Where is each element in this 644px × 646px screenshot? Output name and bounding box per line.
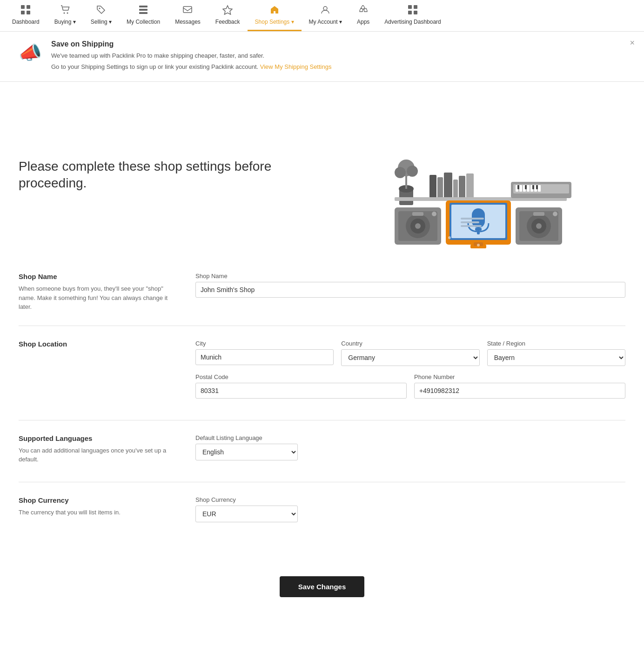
svg-rect-27	[459, 176, 465, 198]
svg-rect-14	[414, 5, 417, 9]
state-select[interactable]: Bayern Berlin Hamburg	[487, 349, 625, 366]
svg-rect-40	[525, 185, 527, 189]
advertising-dashboard-icon	[408, 5, 418, 17]
svg-rect-15	[408, 11, 412, 14]
banner-title: Save on Shipping	[51, 40, 331, 48]
banner-link[interactable]: View My Shipping Settings	[260, 63, 332, 70]
nav-item-advertising-dashboard[interactable]: Advertising Dashboard	[377, 0, 448, 31]
svg-rect-61	[475, 228, 482, 231]
svg-rect-23	[429, 175, 436, 198]
phone-label: Phone Number	[414, 373, 625, 380]
country-label: Country	[341, 340, 479, 347]
language-label: Default Listing Language	[195, 434, 298, 441]
svg-rect-0	[21, 5, 25, 9]
currency-left: Shop Currency The currency that you will…	[19, 496, 195, 517]
apps-icon	[358, 5, 369, 17]
phone-input[interactable]	[414, 383, 625, 399]
nav-label-my-collection: My Collection	[127, 19, 160, 25]
banner-content: Save on Shipping We've teamed up with Pa…	[51, 40, 331, 73]
svg-rect-25	[444, 173, 452, 198]
languages-section: Supported Languages You can add addition…	[19, 420, 625, 482]
nav-item-messages[interactable]: Messages	[168, 0, 208, 31]
languages-right: Default Listing Language English German …	[195, 434, 625, 468]
hero-illustration	[381, 100, 576, 249]
postal-input[interactable]	[195, 383, 407, 399]
svg-rect-63	[461, 218, 484, 220]
svg-rect-41	[532, 185, 534, 189]
country-field-group: Country Germany France United States	[341, 340, 479, 366]
nav-item-feedback[interactable]: Feedback	[208, 0, 248, 31]
svg-rect-7	[139, 6, 148, 7]
svg-point-21	[395, 167, 406, 178]
banner-line1: We've teamed up with Packlink Pro to mak…	[51, 51, 331, 60]
svg-rect-24	[437, 177, 443, 198]
svg-rect-16	[414, 11, 417, 14]
svg-rect-26	[453, 180, 458, 198]
nav-label-apps: Apps	[357, 19, 369, 25]
city-label: City	[195, 340, 334, 347]
nav-label-dashboard: Dashboard	[12, 19, 40, 25]
selling-icon	[96, 5, 106, 17]
nav-item-buying[interactable]: Buying ▾	[47, 0, 83, 31]
languages-title: Supported Languages	[19, 434, 177, 442]
shop-location-right: City Country Germany France United State…	[195, 340, 625, 406]
svg-rect-10	[183, 7, 192, 13]
svg-point-49	[432, 212, 436, 216]
state-field-group: State / Region Bayern Berlin Hamburg	[487, 340, 625, 366]
hero-text: Please complete these shop settings befo…	[19, 158, 331, 192]
svg-rect-2	[21, 11, 25, 14]
currency-select[interactable]: EUR USD GBP	[195, 506, 298, 522]
svg-point-54	[536, 223, 542, 229]
svg-rect-1	[27, 5, 30, 9]
nav-item-dashboard[interactable]: Dashboard	[5, 0, 47, 31]
nav-item-selling[interactable]: Selling ▾	[83, 0, 119, 31]
shop-name-input[interactable]	[195, 282, 625, 298]
shop-name-title: Shop Name	[19, 273, 177, 280]
language-field-group: Default Listing Language English German …	[195, 434, 298, 460]
language-select[interactable]: English German French	[195, 444, 298, 460]
form-container: Shop Name When someone buys from you, th…	[0, 259, 644, 562]
svg-point-22	[407, 166, 418, 177]
svg-point-68	[448, 236, 451, 239]
svg-rect-42	[536, 185, 538, 189]
state-label: State / Region	[487, 340, 625, 347]
city-input[interactable]	[195, 349, 334, 365]
nav-item-apps[interactable]: Apps	[349, 0, 377, 31]
nav-item-my-collection[interactable]: My Collection	[119, 0, 168, 31]
banner-close-button[interactable]: ×	[630, 38, 635, 48]
location-row2: Postal Code Phone Number	[195, 373, 625, 406]
shop-name-label: Shop Name	[195, 273, 625, 280]
svg-rect-39	[517, 185, 519, 189]
svg-rect-3	[27, 11, 30, 14]
currency-right: Shop Currency EUR USD GBP	[195, 496, 625, 530]
shop-name-field-group: Shop Name	[195, 273, 625, 298]
nav-label-buying: Buying ▾	[54, 19, 76, 25]
nav-bar: Dashboard Buying ▾ Selling ▾ My Collecti…	[0, 0, 644, 32]
nav-label-my-account: My Account ▾	[309, 19, 342, 25]
languages-left: Supported Languages You can add addition…	[19, 434, 195, 464]
country-select[interactable]: Germany France United States	[341, 349, 479, 366]
my-collection-icon	[138, 5, 148, 17]
nav-label-advertising-dashboard: Advertising Dashboard	[384, 19, 441, 25]
phone-field-group: Phone Number	[414, 373, 625, 399]
save-changes-button[interactable]: Save Changes	[280, 576, 365, 597]
hero-image	[331, 100, 625, 249]
location-row1: City Country Germany France United State…	[195, 340, 625, 373]
nav-label-messages: Messages	[175, 19, 201, 25]
currency-field-group: Shop Currency EUR USD GBP	[195, 496, 298, 522]
svg-rect-55	[533, 212, 544, 216]
svg-rect-9	[139, 12, 148, 14]
svg-marker-11	[223, 6, 232, 14]
my-account-icon	[320, 5, 330, 17]
shop-name-section: Shop Name When someone buys from you, th…	[19, 259, 625, 326]
nav-item-my-account[interactable]: My Account ▾	[302, 0, 349, 31]
banner-icon: 📣	[19, 42, 42, 64]
shop-location-section: Shop Location City Country Germany Franc…	[19, 326, 625, 420]
svg-rect-48	[412, 212, 423, 216]
messages-icon	[182, 5, 193, 17]
feedback-icon	[222, 5, 233, 17]
svg-rect-35	[527, 185, 530, 192]
nav-item-shop-settings[interactable]: Shop Settings ▾	[248, 0, 302, 31]
nav-label-feedback: Feedback	[215, 19, 240, 25]
currency-label: Shop Currency	[195, 496, 298, 503]
